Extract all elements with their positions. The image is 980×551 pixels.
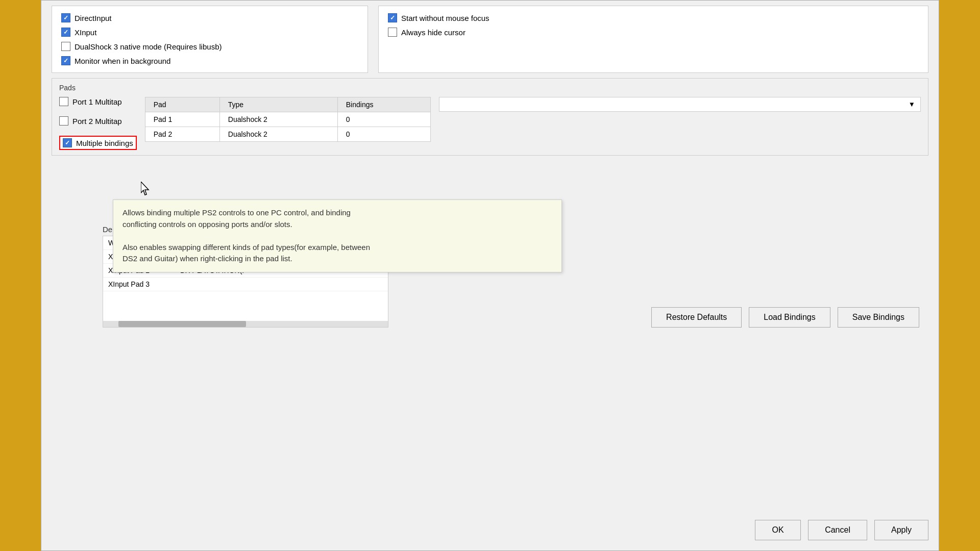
multiple-bindings-label: Multiple bindings bbox=[76, 139, 133, 147]
restore-defaults-button[interactable]: Restore Defaults bbox=[651, 307, 742, 328]
directinput-label: DirectInput bbox=[75, 14, 112, 22]
pads-table: Pad Type Bindings Pad 1 Dualshock 2 0 Pa… bbox=[145, 97, 431, 142]
pad1-cell: Pad 1 bbox=[145, 112, 219, 127]
load-bindings-button[interactable]: Load Bindings bbox=[749, 307, 830, 328]
top-area: DirectInput XInput DualShock 3 native mo… bbox=[41, 1, 939, 78]
port2-multitap-checkbox[interactable] bbox=[59, 116, 68, 126]
ok-button[interactable]: OK bbox=[755, 520, 801, 540]
scrollbar-thumb[interactable] bbox=[118, 321, 246, 327]
input-settings-group: DirectInput XInput DualShock 3 native mo… bbox=[52, 6, 368, 73]
chevron-down-icon: ▼ bbox=[909, 101, 915, 108]
multiple-bindings-highlighted-row: Multiple bindings bbox=[59, 136, 137, 150]
port2-multitap-label: Port 2 Multitap bbox=[72, 117, 122, 126]
always-hide-cursor-checkbox[interactable] bbox=[388, 28, 397, 37]
tooltip-line1: Allows binding multiple PS2 controls to … bbox=[122, 207, 552, 219]
save-bindings-button[interactable]: Save Bindings bbox=[838, 307, 919, 328]
tooltip-text2: conflicting controls on opposing ports a… bbox=[122, 220, 292, 229]
tooltip-text1: Allows binding multiple PS2 controls to … bbox=[122, 208, 351, 217]
dialog-buttons: OK Cancel Apply bbox=[755, 520, 928, 540]
xinput-row: XInput bbox=[61, 28, 358, 37]
always-hide-cursor-label: Always hide cursor bbox=[401, 28, 465, 37]
pads-content: Port 1 Multitap Port 2 Multitap Multiple… bbox=[59, 97, 921, 150]
monitor-bg-row: Monitor when in background bbox=[61, 56, 358, 65]
horizontal-scrollbar[interactable] bbox=[103, 321, 388, 327]
mouse-cursor bbox=[141, 182, 151, 197]
col-bindings: Bindings bbox=[337, 97, 430, 112]
col-pad: Pad bbox=[145, 97, 219, 112]
port1-multitap-label: Port 1 Multitap bbox=[72, 97, 122, 106]
tooltip-text5: DS2 and Guitar) when right-clicking in t… bbox=[122, 254, 292, 263]
tooltip-line4: Also enables swapping different kinds of… bbox=[122, 242, 552, 254]
pad2-bindings-cell: 0 bbox=[337, 127, 430, 142]
binding-buttons: Restore Defaults Load Bindings Save Bind… bbox=[651, 307, 919, 328]
pad2-cell: Pad 2 bbox=[145, 127, 219, 142]
pad-type-dropdown[interactable]: ▼ bbox=[439, 97, 921, 112]
dualshock3-row: DualShock 3 native mode (Requires libusb… bbox=[61, 42, 358, 51]
tooltip-box: Allows binding multiple PS2 controls to … bbox=[113, 199, 562, 272]
xinput-label: XInput bbox=[75, 28, 96, 37]
start-without-mouse-checkbox[interactable] bbox=[388, 13, 397, 22]
tooltip-text4: Also enables swapping different kinds of… bbox=[122, 243, 370, 252]
port1-multitap-row: Port 1 Multitap bbox=[59, 97, 137, 106]
mouse-settings-group: Start without mouse focus Always hide cu… bbox=[378, 6, 928, 73]
settings-dialog: DirectInput XInput DualShock 3 native mo… bbox=[41, 0, 939, 551]
port2-multitap-row: Port 2 Multitap bbox=[59, 116, 137, 126]
monitor-bg-label: Monitor when in background bbox=[75, 57, 170, 65]
pad2-type-cell: Dualshock 2 bbox=[219, 127, 337, 142]
multiple-bindings-checkbox[interactable] bbox=[63, 138, 72, 147]
tooltip-line5: DS2 and Guitar) when right-clicking in t… bbox=[122, 253, 552, 265]
pads-title: Pads bbox=[59, 84, 921, 92]
pads-dropdown-area: ▼ bbox=[439, 97, 921, 112]
directinput-row: DirectInput bbox=[61, 13, 358, 22]
pad1-bindings-cell: 0 bbox=[337, 112, 430, 127]
col-type: Type bbox=[219, 97, 337, 112]
dualshock3-checkbox[interactable] bbox=[61, 42, 70, 51]
list-item[interactable]: XInput Pad 3 bbox=[103, 278, 388, 291]
devices-title-prefix: De bbox=[103, 225, 112, 234]
start-without-mouse-label: Start without mouse focus bbox=[401, 14, 489, 22]
svg-marker-0 bbox=[141, 182, 149, 195]
directinput-checkbox[interactable] bbox=[61, 13, 70, 22]
apply-button[interactable]: Apply bbox=[874, 520, 928, 540]
table-row[interactable]: Pad 1 Dualshock 2 0 bbox=[145, 112, 430, 127]
pads-section: Pads Port 1 Multitap Port 2 Multitap Mul… bbox=[52, 78, 928, 156]
xinput-checkbox[interactable] bbox=[61, 28, 70, 37]
pads-checkboxes: Port 1 Multitap Port 2 Multitap Multiple… bbox=[59, 97, 137, 150]
port1-multitap-checkbox[interactable] bbox=[59, 97, 68, 106]
dualshock3-label: DualShock 3 native mode (Requires libusb… bbox=[75, 42, 222, 51]
device-col1: XInput Pad 3 bbox=[108, 280, 150, 288]
pad1-type-cell: Dualshock 2 bbox=[219, 112, 337, 127]
monitor-bg-checkbox[interactable] bbox=[61, 56, 70, 65]
table-row[interactable]: Pad 2 Dualshock 2 0 bbox=[145, 127, 430, 142]
start-without-mouse-row: Start without mouse focus bbox=[388, 13, 919, 22]
tooltip-line2: conflicting controls on opposing ports a… bbox=[122, 219, 552, 231]
cancel-button[interactable]: Cancel bbox=[808, 520, 867, 540]
always-hide-cursor-row: Always hide cursor bbox=[388, 28, 919, 37]
